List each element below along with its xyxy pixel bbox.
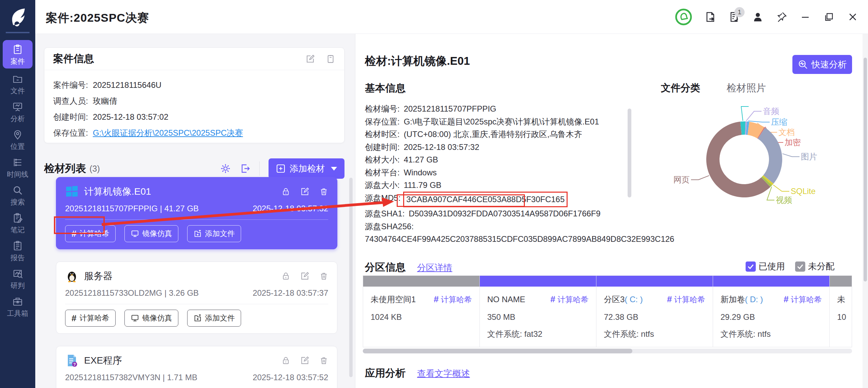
quick-analysis-button[interactable]: 快速分析 [792,55,852,74]
basic-info-scrollbar[interactable] [628,109,631,197]
row-value: Windows [404,166,437,179]
add-file-button[interactable]: 添加文件 [187,310,241,327]
case-save-path-link[interactable]: G:\火眼证据分析\2025SPC\2025SPC决赛 [93,125,243,141]
checkbox-未分配[interactable]: 未分配 [795,260,834,272]
sidebar-item-分析[interactable]: 分析 [3,99,33,124]
row-value: 玫幽倩 [93,93,117,109]
exe-icon: ? [65,354,79,367]
partition-size: 72.38 GB [604,312,705,322]
minimize-button[interactable] [800,11,811,23]
restore-button[interactable] [823,11,835,23]
partition-card: 分区3( C: )# 计算哈希72.38 GB文件系统: ntfs [596,276,713,347]
add-evidence-button[interactable]: 添加检材 [269,158,344,179]
partition-filesystem: 文件系统: fat32 [487,329,589,340]
user-icon[interactable] [752,11,764,23]
row-label: 检材大小: [365,153,400,166]
partition-hscrollbar-thumb[interactable] [363,349,632,353]
evidence-card[interactable]: ?EXE程序202512181157382VMY3N | 1.71 MB2025… [56,346,337,388]
partition-detail-link[interactable]: 分区详情 [417,262,452,274]
clipboard-icon [12,44,23,56]
row-value: 111.79 GB [404,179,441,192]
partition-compute-hash-link[interactable]: # 计算哈希 [784,294,822,305]
compute-hash-button[interactable]: #计算哈希 [65,225,116,242]
edit-icon[interactable] [300,187,309,196]
image-emulation-button[interactable]: 镜像仿真 [124,225,178,242]
evidence-card[interactable]: 计算机镜像.E0120251218115707PFPPIG | 41.27 GB… [56,177,337,249]
report-review-icon[interactable]: 1 [728,11,740,23]
basic-info-row: 保存位置:G:\电子取证题目\2025spc决赛\计算机\计算机镜像.E01 [365,115,636,128]
delete-icon[interactable] [319,187,328,196]
export-list-icon[interactable] [240,163,251,174]
notification-bell-icon[interactable] [675,8,692,26]
chart-magnifier-icon [12,268,23,280]
row-value: 2025-12-18 03:57:32 [404,141,479,154]
partition-filesystem: 文件系统: ntfs [604,329,705,340]
app-logo [0,0,35,34]
partition-compute-hash-link[interactable]: # 计算哈希 [667,294,705,305]
sidebar-item-label: 笔记 [11,226,25,233]
close-button[interactable] [847,11,859,23]
sidebar-item-研判[interactable]: 研判 [3,266,33,291]
delete-icon[interactable] [319,356,328,365]
edit-icon[interactable] [300,272,309,280]
sidebar-item-搜索[interactable]: 搜索 [3,182,33,208]
donut-label-图片: 图片 [801,152,817,161]
add-file-button[interactable]: 添加文件 [187,225,241,242]
briefcase-icon [12,296,23,308]
sidebar-item-文件[interactable]: 文件 [3,71,33,96]
image-emulation-button[interactable]: 镜像仿真 [124,310,178,327]
right-scrollbar-thumb[interactable] [864,58,867,282]
sidebar-item-位置[interactable]: 位置 [3,127,33,152]
lock-icon[interactable] [281,356,290,365]
plus-square-icon [276,164,285,173]
app-analysis-link[interactable]: 查看文字概述 [417,368,470,380]
row-label: 创建时间: [365,141,400,154]
edit-icon[interactable] [300,356,309,365]
basic-info-row: 检材编号:20251218115707PFPPIG [365,102,636,115]
sidebar-item-案件[interactable]: 案件 [3,40,33,69]
checkbox-label: 未分配 [808,260,834,272]
window-title: 案件:2025SPC决赛 [46,10,149,26]
donut-label-加密: 加密 [785,138,801,147]
partition-size: 350 MB [487,312,589,322]
sidebar-item-工具箱[interactable]: 工具箱 [3,294,33,319]
evidence-list-title: 检材列表 [44,161,86,176]
sidebar-item-笔记[interactable]: 笔记 [3,210,33,235]
checkbox-已使用[interactable]: 已使用 [746,260,785,272]
lock-icon[interactable] [281,187,290,196]
search-icon [12,185,23,197]
case-info-row: 保存位置:G:\火眼证据分析\2025SPC\2025SPC决赛 [53,125,335,141]
sidebar-item-label: 位置 [11,143,25,150]
sidebar-item-时间线[interactable]: 时间线 [3,155,33,180]
donut-leader-line [748,121,770,122]
evidence-list-count: (3) [90,164,100,174]
row-value: (UTC+08:00) 北京,重庆,香港特别行政区,乌鲁木齐 [404,128,582,141]
case-info-row: 创建时间:2025-12-18 03:57:02 [53,109,335,125]
partition-color-bar [363,276,479,287]
evidence-list-scrollbar[interactable] [349,178,353,377]
sidebar-item-报告[interactable]: 报告 [3,238,33,263]
compute-hash-button[interactable]: #计算哈希 [65,310,116,327]
copy-case-icon[interactable] [326,54,335,64]
export-case-icon[interactable] [705,11,716,23]
partition-compute-hash-link[interactable]: # 计算哈希 [434,294,472,305]
quick-analysis-label: 快速分析 [811,59,847,71]
sidebar-item-label: 研判 [11,282,25,289]
partition-card: 未10 [829,276,852,347]
delete-icon[interactable] [319,272,328,280]
partition-hscrollbar-track[interactable] [363,349,852,353]
lock-icon[interactable] [281,272,290,280]
tab-evidence-photo[interactable]: 检材照片 [727,81,766,95]
sidebar-item-label: 时间线 [7,171,28,178]
partition-color-bar [480,276,596,287]
edit-case-icon[interactable] [305,54,315,64]
partition-compute-hash-link[interactable]: # 计算哈希 [550,294,589,305]
gear-icon[interactable] [220,163,231,174]
tab-file-classification[interactable]: 文件分类 [661,81,700,95]
pin-icon[interactable] [776,11,787,23]
folder-plus-icon [194,230,202,238]
basic-info-row: 检材大小:41.27 GB [365,153,636,166]
evidence-card[interactable]: 服务器20251218115733OLD2MG | 3.26 GB2025-12… [56,261,337,334]
source-md5-value: 3CABA907CAF446CE053A88D5F30FC165 [403,192,568,208]
evidence-name: 服务器 [84,270,281,283]
